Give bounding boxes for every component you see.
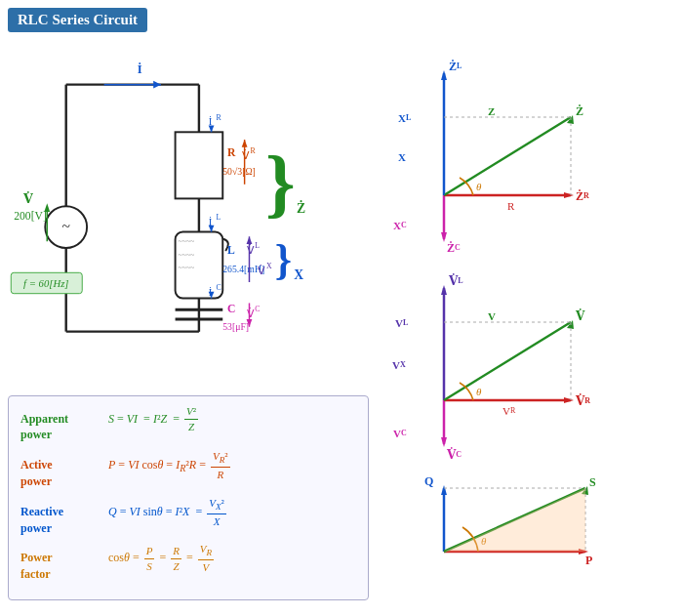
svg-text:R: R — [227, 146, 236, 159]
svg-text:50√3[Ω]: 50√3[Ω] — [222, 166, 256, 177]
svg-marker-89 — [441, 437, 447, 447]
svg-text:P: P — [585, 554, 592, 567]
svg-marker-16 — [153, 81, 161, 89]
svg-text:V̇C: V̇C — [446, 447, 462, 462]
svg-text:~: ~ — [61, 218, 69, 234]
svg-text:Ż: Ż — [576, 104, 583, 118]
svg-text:C: C — [255, 305, 260, 313]
svg-text:S: S — [589, 475, 596, 489]
svg-text:C: C — [227, 303, 235, 315]
svg-text:L: L — [216, 213, 221, 222]
reactive-power-label: Reactivepower — [20, 504, 108, 537]
svg-text:200[V]: 200[V] — [14, 210, 47, 223]
svg-text:VX: VX — [392, 359, 406, 371]
svg-marker-39 — [209, 226, 215, 232]
svg-text:İ: İ — [138, 62, 142, 76]
svg-marker-27 — [242, 140, 248, 147]
svg-text:V̇: V̇ — [22, 191, 33, 206]
svg-text:Z: Z — [488, 105, 495, 117]
svg-text:XC: XC — [393, 220, 407, 231]
reactive-power-row: Reactivepower Q = VI sinθ = I²X = VX² X — [20, 496, 356, 537]
svg-marker-11 — [44, 203, 50, 212]
svg-text:V̇: V̇ — [247, 308, 255, 319]
svg-text:θ: θ — [476, 181, 482, 192]
svg-text:X: X — [294, 267, 303, 282]
svg-text:V̇: V̇ — [258, 265, 265, 276]
svg-text:X: X — [398, 151, 406, 163]
reactive-power-formula: Q = VI sinθ = I²X = VX² X — [108, 496, 356, 529]
svg-line-94 — [444, 322, 571, 400]
active-power-formula: P = VI cosθ = IR²R = VR² R — [108, 449, 356, 482]
power-equations-box: Apparentpower S = VI = I²Z = V² Z Active… — [8, 395, 369, 600]
svg-rect-17 — [176, 132, 223, 198]
svg-text:V: V — [488, 310, 496, 322]
svg-text:V̇R: V̇R — [575, 393, 590, 408]
svg-line-73 — [444, 117, 571, 195]
svg-marker-86 — [441, 285, 447, 295]
page-title: RLC Series Circuit — [18, 12, 138, 27]
svg-marker-65 — [441, 70, 447, 80]
apparent-power-row: Apparentpower S = VI = I²Z = V² Z — [20, 404, 356, 443]
svg-text:XL: XL — [398, 112, 411, 124]
svg-text:ŻL: ŻL — [449, 60, 462, 73]
svg-text:R: R — [507, 200, 515, 212]
svg-text:ŻR: ŻR — [576, 189, 589, 203]
svg-text:f = 60[Hz]: f = 60[Hz] — [23, 277, 68, 289]
phasor-diagrams: ŻL ŻC ŻR Ż θ XL X XC Z R V̇L — [390, 29, 673, 605]
svg-text:V̇: V̇ — [247, 244, 255, 256]
svg-text:VC: VC — [393, 428, 407, 439]
main-container: RLC Series Circuit ~ V̇ 200[V] f = 60[Hz… — [0, 0, 683, 616]
active-power-label: Activepower — [20, 457, 108, 490]
apparent-power-label: Apparentpower — [20, 411, 108, 444]
svg-marker-106 — [441, 485, 447, 495]
svg-marker-92 — [564, 397, 574, 403]
svg-marker-43 — [247, 236, 253, 244]
svg-text:VL: VL — [395, 317, 408, 329]
apparent-power-formula: S = VI = I²Z = V² Z — [108, 404, 356, 435]
svg-text:Q: Q — [424, 474, 433, 488]
svg-text:VR: VR — [502, 405, 516, 417]
svg-text:V̇: V̇ — [575, 308, 585, 323]
active-power-row: Activepower P = VI cosθ = IR²R = VR² R — [20, 449, 356, 490]
svg-text:X: X — [266, 262, 272, 270]
svg-text:V̇: V̇ — [242, 149, 250, 161]
svg-text:Ż: Ż — [297, 200, 305, 216]
title-bar: RLC Series Circuit — [8, 8, 147, 32]
svg-text:~~~~: ~~~~ — [179, 251, 195, 260]
svg-text:53[μF]: 53[μF] — [222, 321, 249, 332]
svg-text:R: R — [216, 113, 221, 122]
power-factor-formula: cosθ = P S = R Z = VR V — [108, 542, 356, 575]
svg-text:R: R — [250, 146, 256, 155]
svg-text:~~~~: ~~~~ — [179, 237, 195, 246]
svg-marker-117 — [444, 488, 585, 552]
svg-text:}: } — [275, 236, 292, 283]
svg-marker-71 — [564, 192, 574, 198]
svg-text:V̇L: V̇L — [448, 273, 463, 288]
svg-text:}: } — [265, 141, 296, 225]
svg-text:C: C — [216, 283, 221, 292]
svg-text:ŻC: ŻC — [447, 241, 461, 255]
svg-text:L: L — [255, 241, 260, 250]
svg-marker-23 — [209, 125, 215, 132]
svg-text:L: L — [227, 244, 235, 257]
circuit-diagram: ~ V̇ 200[V] f = 60[Hz] İ R 50√3[Ω] İ R V… — [5, 37, 317, 389]
power-factor-row: Powerfactor cosθ = P S = R Z = VR V — [20, 542, 356, 583]
svg-text:θ: θ — [476, 386, 482, 397]
svg-text:~~~~: ~~~~ — [179, 264, 195, 272]
power-factor-label: Powerfactor — [20, 550, 108, 583]
